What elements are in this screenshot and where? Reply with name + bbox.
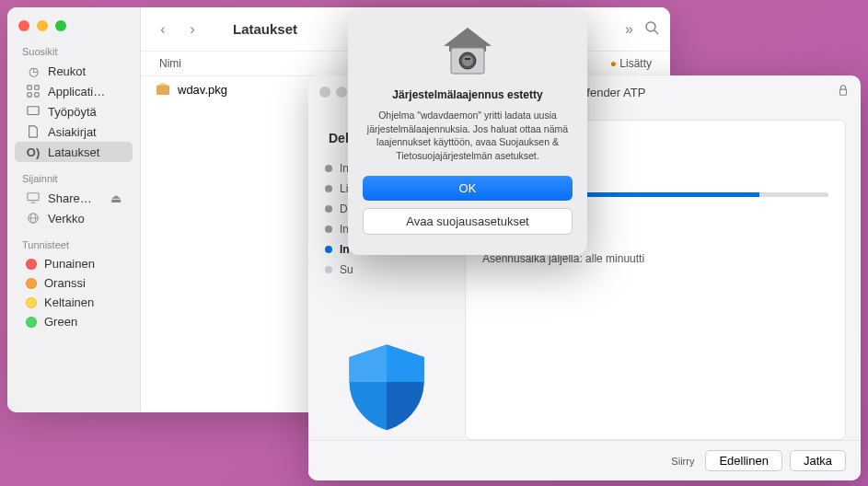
- sidebar-item-documents[interactable]: Asiakirjat: [15, 122, 133, 142]
- sidebar-tags-heading: Tunnisteet: [7, 237, 140, 254]
- back-button[interactable]: Edellinen: [705, 450, 782, 471]
- package-icon: [156, 82, 170, 97]
- clock-icon: ◷: [26, 64, 41, 78]
- sidebar-item-label: Reukot: [48, 64, 86, 78]
- svg-rect-12: [156, 86, 169, 95]
- svg-point-10: [646, 22, 655, 31]
- sidebar-tag-red[interactable]: Punainen: [15, 254, 133, 273]
- finder-title: Lataukset: [233, 21, 297, 37]
- sidebar-item-reukot[interactable]: ◷ Reukot: [15, 61, 133, 81]
- network-icon: [26, 211, 41, 226]
- close-window-button[interactable]: [319, 87, 330, 98]
- traffic-lights: [7, 17, 140, 42]
- sidebar-item-label: Työpöytä: [48, 105, 97, 119]
- svg-rect-2: [28, 93, 31, 97]
- svg-rect-4: [28, 107, 39, 115]
- sidebar-item-label: Asiakirjat: [48, 125, 97, 139]
- minimize-window-button[interactable]: [37, 20, 48, 31]
- downloads-icon: O): [26, 145, 41, 159]
- alert-body-text: Ohjelma "wdavdaemon" yritti ladata uusia…: [363, 109, 573, 163]
- system-extension-blocked-dialog: Järjestelmälaajennus estetty Ohjelma "wd…: [348, 7, 587, 255]
- display-icon: [26, 191, 41, 205]
- sidebar-item-share[interactable]: Share… ⏏: [15, 188, 133, 208]
- sidebar-item-network[interactable]: Verkko: [15, 208, 133, 228]
- document-icon: [26, 124, 41, 139]
- sidebar-item-label: Keltainen: [44, 295, 94, 309]
- security-house-icon: [440, 24, 495, 79]
- svg-rect-19: [465, 58, 470, 60]
- sidebar-item-label: Verkko: [48, 212, 85, 226]
- continue-button[interactable]: Jatka: [790, 450, 846, 471]
- sidebar-item-applications[interactable]: Applicati…: [15, 81, 133, 101]
- installer-step: Su: [318, 260, 456, 280]
- alert-title: Järjestelmälaajennus estetty: [363, 88, 573, 101]
- fullscreen-window-button[interactable]: [55, 20, 66, 31]
- back-button[interactable]: ‹: [152, 18, 174, 40]
- svg-rect-14: [840, 89, 847, 95]
- sidebar-item-label: Green: [44, 315, 77, 329]
- sidebar-tag-orange[interactable]: Oranssi: [15, 273, 133, 293]
- file-name: wdav.pkg: [178, 83, 227, 97]
- finder-sidebar: Suosikit ◷ Reukot Applicati… Työpöytä: [7, 7, 141, 412]
- eject-icon[interactable]: ⏏: [110, 191, 122, 205]
- svg-line-11: [654, 30, 658, 34]
- sidebar-item-desktop[interactable]: Työpöytä: [15, 101, 133, 122]
- sidebar-item-label: Lataukset: [48, 145, 99, 159]
- sidebar-item-downloads[interactable]: O) Lataukset: [15, 142, 133, 162]
- tag-dot-icon: [26, 278, 37, 289]
- close-window-button[interactable]: [18, 20, 29, 31]
- sidebar-favorites-heading: Suosikit: [7, 44, 140, 61]
- installer-footer: Siirry Edellinen Jatka: [308, 440, 861, 480]
- tag-dot-icon: [26, 259, 37, 270]
- search-icon[interactable]: [644, 20, 659, 39]
- desktop-icon: [26, 104, 41, 119]
- column-added[interactable]: Lisätty: [619, 57, 652, 70]
- tag-dot-icon: [26, 317, 37, 328]
- svg-marker-13: [156, 83, 169, 86]
- svg-point-18: [462, 55, 473, 66]
- forward-button[interactable]: ›: [181, 18, 203, 40]
- svg-rect-1: [35, 86, 39, 89]
- sidebar-locations-heading: Sijainnit: [7, 171, 140, 188]
- sidebar-tag-yellow[interactable]: Keltainen: [15, 293, 133, 312]
- minimize-window-button[interactable]: [336, 87, 347, 98]
- sidebar-item-label: Applicati…: [48, 85, 105, 98]
- apps-icon: [26, 84, 41, 98]
- tag-dot-icon: [26, 297, 37, 308]
- sidebar-item-label: Punainen: [44, 257, 95, 271]
- go-back-small-label: Siirry: [671, 456, 694, 467]
- more-icon[interactable]: »: [625, 21, 633, 38]
- sidebar-item-label: Share…: [48, 191, 92, 205]
- lock-icon[interactable]: [837, 84, 850, 100]
- defender-shield-icon: [345, 341, 428, 433]
- open-security-settings-button[interactable]: Avaa suojausasetukset: [363, 208, 573, 235]
- sidebar-tag-green[interactable]: Green: [15, 312, 133, 331]
- svg-rect-0: [28, 86, 31, 89]
- ok-button[interactable]: OK: [363, 176, 573, 201]
- sidebar-item-label: Oranssi: [44, 276, 86, 290]
- svg-rect-3: [35, 93, 39, 97]
- svg-rect-5: [28, 193, 39, 201]
